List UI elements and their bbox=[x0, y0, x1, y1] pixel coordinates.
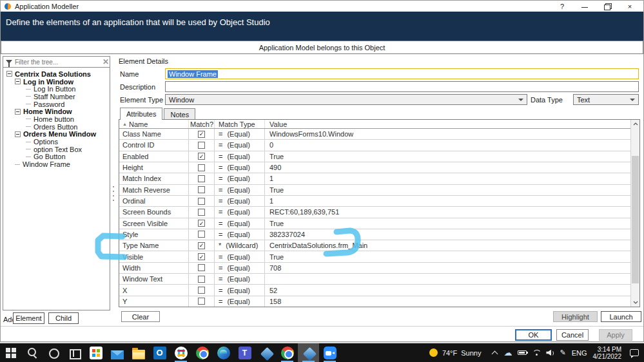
attribute-row-x[interactable]: X=(Equal)52 bbox=[119, 285, 639, 296]
battery-icon[interactable] bbox=[518, 350, 527, 355]
slack-button[interactable] bbox=[170, 343, 191, 362]
apply-button[interactable]: Apply bbox=[599, 329, 632, 341]
tree-item-home-window[interactable]: Home Window bbox=[5, 108, 110, 115]
launch-button[interactable]: Launch bbox=[601, 311, 641, 322]
chrome-window-button[interactable] bbox=[277, 343, 298, 362]
chrome-button[interactable] bbox=[191, 343, 213, 362]
search-button[interactable] bbox=[21, 343, 43, 362]
file-explorer-button[interactable] bbox=[128, 343, 149, 362]
tree-item-go-button[interactable]: Go Button bbox=[5, 153, 110, 161]
match-checkbox[interactable] bbox=[198, 231, 205, 238]
tree-item-home-button[interactable]: Home button bbox=[5, 115, 110, 123]
tab-notes[interactable]: Notes bbox=[164, 108, 195, 120]
collapse-expander-icon[interactable] bbox=[15, 131, 21, 137]
attribute-row-control-id[interactable]: Control ID=(Equal)0 bbox=[119, 140, 639, 151]
tree-item-centrix-data-solutions[interactable]: Centrix Data Solutions bbox=[5, 70, 110, 78]
pen-icon[interactable]: ✎ bbox=[560, 349, 565, 356]
blue-prism-window-button[interactable] bbox=[298, 343, 319, 362]
attribute-row-enabled[interactable]: Enabled=(Equal)True bbox=[119, 151, 639, 162]
clock[interactable]: 3:14 PM 4/21/2022 bbox=[593, 346, 622, 360]
restore-button[interactable] bbox=[603, 3, 612, 10]
splitter-handle[interactable] bbox=[113, 186, 114, 203]
attribute-row-screen-visible[interactable]: Screen Visible=(Equal)True bbox=[119, 218, 639, 229]
collapse-expander-icon[interactable] bbox=[6, 71, 12, 77]
attribute-row-match-reverse[interactable]: Match Reverse=(Equal)True bbox=[119, 185, 639, 196]
match-checkbox[interactable] bbox=[198, 164, 205, 171]
language-indicator[interactable]: ENG bbox=[572, 349, 587, 357]
chevron-icon[interactable] bbox=[492, 350, 498, 356]
attribute-row-screen-bounds[interactable]: Screen Bounds=(Equal)RECT:60,189,639,751 bbox=[119, 207, 639, 218]
match-checkbox[interactable] bbox=[198, 131, 205, 138]
tree-filter-input[interactable] bbox=[15, 59, 100, 66]
match-checkbox[interactable] bbox=[198, 242, 205, 249]
attribute-row-class-name[interactable]: Class Name=(Equal)WindowsForms10.Window bbox=[119, 129, 639, 140]
collapse-expander-icon[interactable] bbox=[15, 109, 21, 115]
tree-item-log-in-button[interactable]: Log In Button bbox=[5, 85, 110, 93]
outlook-button[interactable] bbox=[149, 343, 170, 362]
match-checkbox[interactable] bbox=[198, 209, 205, 216]
match-checkbox[interactable] bbox=[198, 287, 205, 294]
attribute-row-window-text[interactable]: Window Text=(Equal) bbox=[119, 274, 639, 285]
tree-item-orders-button[interactable]: Orders Button bbox=[5, 123, 110, 131]
microsoft-store-button[interactable] bbox=[85, 343, 106, 362]
scroll-up-icon[interactable] bbox=[631, 120, 639, 128]
attribute-row-y[interactable]: Y=(Equal)158 bbox=[119, 296, 639, 307]
blue-prism-button[interactable] bbox=[255, 343, 277, 362]
match-checkbox[interactable] bbox=[198, 276, 205, 283]
tree-item-window-frame[interactable]: Window Frame bbox=[5, 160, 110, 168]
match-checkbox[interactable] bbox=[198, 298, 205, 305]
close-button[interactable]: × bbox=[625, 3, 634, 10]
attribute-row-type-name[interactable]: Type Name*(Wildcard)CentrixDataSolutions… bbox=[119, 240, 639, 251]
cloud-icon[interactable]: ☁ bbox=[503, 348, 512, 357]
ok-button[interactable]: OK bbox=[515, 329, 552, 341]
tree-item-orders-menu-window[interactable]: Orders Menu Window bbox=[5, 131, 110, 138]
highlight-button[interactable]: Highlight bbox=[553, 311, 598, 322]
name-field[interactable]: Window Frame bbox=[165, 68, 639, 79]
column-header-name[interactable]: ▲ Name bbox=[119, 120, 189, 128]
column-header-match-type[interactable]: Match Type bbox=[215, 120, 265, 128]
clear-filter-icon[interactable]: ✕ bbox=[102, 57, 109, 66]
attribute-row-visible[interactable]: Visible=(Equal)True bbox=[119, 251, 639, 262]
volume-icon[interactable] bbox=[546, 350, 554, 356]
action-center-icon[interactable] bbox=[630, 349, 639, 356]
mail-button[interactable] bbox=[106, 343, 128, 362]
help-button[interactable]: ? bbox=[558, 3, 567, 10]
element-type-dropdown[interactable]: Window bbox=[165, 94, 527, 105]
attribute-row-height[interactable]: Height=(Equal)490 bbox=[119, 162, 639, 173]
description-field[interactable] bbox=[165, 81, 639, 92]
zoom-button[interactable] bbox=[319, 343, 340, 362]
tree-item-log-in-window[interactable]: Log in Window bbox=[5, 78, 110, 86]
tree-item-password[interactable]: Password bbox=[5, 100, 110, 108]
tab-attributes[interactable]: Attributes bbox=[120, 108, 162, 120]
match-checkbox[interactable] bbox=[198, 264, 205, 271]
edge-button[interactable] bbox=[213, 343, 234, 362]
minimize-button[interactable] bbox=[580, 3, 589, 10]
weather-widget[interactable]: 74°F Sunny bbox=[429, 348, 482, 357]
scroll-down-icon[interactable] bbox=[631, 298, 639, 307]
add-child-button[interactable]: Child bbox=[48, 312, 79, 324]
tree-item-option-text-box[interactable]: option Text Box bbox=[5, 146, 110, 153]
tree-item-options[interactable]: Options bbox=[5, 138, 110, 146]
column-header-match[interactable]: Match? bbox=[189, 120, 215, 128]
match-checkbox[interactable] bbox=[198, 220, 205, 227]
collapse-expander-icon[interactable] bbox=[15, 79, 21, 84]
cancel-button[interactable]: Cancel bbox=[556, 329, 589, 341]
match-checkbox[interactable] bbox=[198, 153, 205, 160]
teams-button[interactable] bbox=[234, 343, 255, 362]
match-checkbox[interactable] bbox=[198, 253, 205, 260]
clear-button[interactable]: Clear bbox=[121, 311, 160, 322]
cortana-button[interactable] bbox=[43, 343, 64, 362]
match-checkbox[interactable] bbox=[198, 175, 205, 182]
attributes-scrollbar[interactable] bbox=[630, 120, 639, 307]
wifi-icon[interactable] bbox=[532, 350, 540, 356]
add-element-button[interactable]: Element bbox=[13, 312, 44, 324]
attribute-row-match-index[interactable]: Match Index=(Equal)1 bbox=[119, 173, 639, 184]
task-view-button[interactable] bbox=[64, 343, 85, 362]
start-button[interactable] bbox=[0, 343, 21, 362]
attribute-row-style[interactable]: Style=(Equal)382337024 bbox=[119, 229, 639, 240]
match-checkbox[interactable] bbox=[198, 198, 205, 205]
scrollbar-thumb[interactable] bbox=[632, 156, 639, 283]
attribute-row-width[interactable]: Width=(Equal)708 bbox=[119, 263, 639, 274]
tree-item-staff-number[interactable]: Staff Number bbox=[5, 93, 110, 100]
match-checkbox[interactable] bbox=[198, 142, 205, 149]
